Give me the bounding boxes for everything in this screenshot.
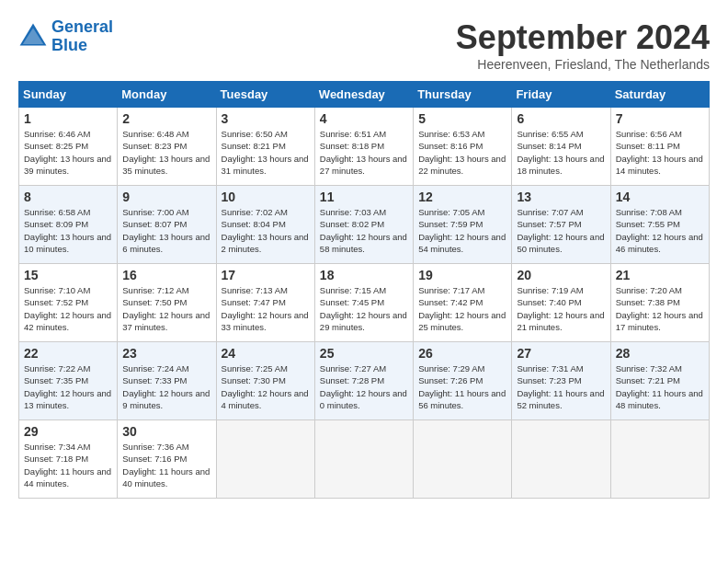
- day-number: 6: [517, 111, 605, 126]
- day-number: 19: [418, 268, 506, 282]
- day-number: 29: [24, 424, 112, 439]
- logo-text: General Blue: [51, 18, 113, 55]
- calendar-cell: 6Sunrise: 6:55 AM Sunset: 8:14 PM Daylig…: [512, 108, 610, 186]
- weekday-header-saturday: Saturday: [610, 82, 709, 108]
- day-info: Sunrise: 7:13 AM Sunset: 7:47 PM Dayligh…: [222, 284, 310, 333]
- logo-line1: General: [51, 17, 113, 36]
- calendar-cell: 18Sunrise: 7:15 AM Sunset: 7:45 PM Dayli…: [314, 264, 413, 342]
- day-info: Sunrise: 6:48 AM Sunset: 8:23 PM Dayligh…: [122, 128, 210, 177]
- calendar-cell: 9Sunrise: 7:00 AM Sunset: 8:07 PM Daylig…: [118, 186, 216, 264]
- day-number: 18: [320, 268, 408, 282]
- day-info: Sunrise: 7:31 AM Sunset: 7:23 PM Dayligh…: [517, 362, 605, 411]
- day-number: 24: [222, 346, 310, 361]
- day-info: Sunrise: 6:56 AM Sunset: 8:11 PM Dayligh…: [616, 128, 704, 177]
- calendar-cell: 15Sunrise: 7:10 AM Sunset: 7:52 PM Dayli…: [19, 264, 118, 342]
- day-info: Sunrise: 7:29 AM Sunset: 7:26 PM Dayligh…: [418, 362, 506, 411]
- weekday-header-wednesday: Wednesday: [314, 82, 413, 108]
- day-info: Sunrise: 7:02 AM Sunset: 8:04 PM Dayligh…: [222, 206, 310, 255]
- day-number: 2: [122, 111, 210, 126]
- calendar-cell: 3Sunrise: 6:50 AM Sunset: 8:21 PM Daylig…: [216, 108, 314, 186]
- day-info: Sunrise: 7:03 AM Sunset: 8:02 PM Dayligh…: [320, 206, 408, 255]
- day-info: Sunrise: 7:24 AM Sunset: 7:33 PM Dayligh…: [122, 362, 210, 411]
- day-number: 3: [222, 111, 310, 126]
- day-number: 21: [616, 268, 704, 282]
- day-info: Sunrise: 7:10 AM Sunset: 7:52 PM Dayligh…: [24, 284, 112, 333]
- calendar-cell: 16Sunrise: 7:12 AM Sunset: 7:50 PM Dayli…: [118, 264, 216, 342]
- day-info: Sunrise: 6:55 AM Sunset: 8:14 PM Dayligh…: [517, 128, 605, 177]
- calendar-cell: [414, 420, 512, 499]
- day-info: Sunrise: 6:53 AM Sunset: 8:16 PM Dayligh…: [418, 128, 506, 177]
- day-number: 23: [122, 346, 210, 361]
- day-number: 11: [320, 190, 408, 204]
- calendar-cell: 10Sunrise: 7:02 AM Sunset: 8:04 PM Dayli…: [216, 186, 314, 264]
- day-info: Sunrise: 6:58 AM Sunset: 8:09 PM Dayligh…: [24, 206, 112, 255]
- calendar-cell: 28Sunrise: 7:32 AM Sunset: 7:21 PM Dayli…: [610, 342, 709, 420]
- weekday-header-sunday: Sunday: [19, 82, 118, 108]
- day-number: 12: [418, 190, 506, 204]
- calendar-cell: 22Sunrise: 7:22 AM Sunset: 7:35 PM Dayli…: [19, 342, 118, 420]
- day-info: Sunrise: 6:51 AM Sunset: 8:18 PM Dayligh…: [320, 128, 408, 177]
- calendar-cell: 2Sunrise: 6:48 AM Sunset: 8:23 PM Daylig…: [118, 108, 216, 186]
- day-number: 5: [418, 111, 506, 126]
- day-number: 15: [24, 268, 112, 282]
- calendar-table: SundayMondayTuesdayWednesdayThursdayFrid…: [18, 81, 710, 499]
- day-info: Sunrise: 7:07 AM Sunset: 7:57 PM Dayligh…: [517, 206, 605, 255]
- day-number: 1: [24, 111, 112, 126]
- calendar-cell: 29Sunrise: 7:34 AM Sunset: 7:18 PM Dayli…: [19, 420, 118, 499]
- weekday-header-tuesday: Tuesday: [216, 82, 314, 108]
- day-info: Sunrise: 7:34 AM Sunset: 7:18 PM Dayligh…: [24, 441, 112, 489]
- calendar-cell: 30Sunrise: 7:36 AM Sunset: 7:16 PM Dayli…: [118, 420, 216, 499]
- calendar-week-1: 1Sunrise: 6:46 AM Sunset: 8:25 PM Daylig…: [19, 108, 710, 186]
- calendar-cell: [216, 420, 314, 499]
- day-info: Sunrise: 7:00 AM Sunset: 8:07 PM Dayligh…: [122, 206, 210, 255]
- day-info: Sunrise: 7:19 AM Sunset: 7:40 PM Dayligh…: [517, 284, 605, 333]
- calendar-cell: 4Sunrise: 6:51 AM Sunset: 8:18 PM Daylig…: [314, 108, 413, 186]
- page-header: General Blue September 2024 Heerenveen, …: [18, 18, 710, 72]
- location: Heerenveen, Friesland, The Netherlands: [456, 57, 710, 72]
- weekday-header-monday: Monday: [118, 82, 216, 108]
- day-number: 20: [517, 268, 605, 282]
- day-info: Sunrise: 7:05 AM Sunset: 7:59 PM Dayligh…: [418, 206, 506, 255]
- logo-icon: [18, 22, 48, 52]
- day-number: 10: [222, 190, 310, 204]
- day-number: 27: [517, 346, 605, 361]
- calendar-cell: [610, 420, 709, 499]
- day-number: 30: [122, 424, 210, 439]
- calendar-cell: 11Sunrise: 7:03 AM Sunset: 8:02 PM Dayli…: [314, 186, 413, 264]
- day-info: Sunrise: 7:17 AM Sunset: 7:42 PM Dayligh…: [418, 284, 506, 333]
- day-info: Sunrise: 6:50 AM Sunset: 8:21 PM Dayligh…: [222, 128, 310, 177]
- logo-line2: Blue: [51, 36, 87, 54]
- day-info: Sunrise: 7:22 AM Sunset: 7:35 PM Dayligh…: [24, 362, 112, 411]
- day-info: Sunrise: 7:20 AM Sunset: 7:38 PM Dayligh…: [616, 284, 704, 333]
- day-info: Sunrise: 7:36 AM Sunset: 7:16 PM Dayligh…: [122, 441, 210, 489]
- calendar-cell: [512, 420, 610, 499]
- title-block: September 2024 Heerenveen, Friesland, Th…: [456, 18, 710, 72]
- calendar-cell: 1Sunrise: 6:46 AM Sunset: 8:25 PM Daylig…: [19, 108, 118, 186]
- day-info: Sunrise: 7:12 AM Sunset: 7:50 PM Dayligh…: [122, 284, 210, 333]
- calendar-week-5: 29Sunrise: 7:34 AM Sunset: 7:18 PM Dayli…: [19, 420, 710, 499]
- calendar-cell: [314, 420, 413, 499]
- weekday-header-friday: Friday: [512, 82, 610, 108]
- calendar-cell: 27Sunrise: 7:31 AM Sunset: 7:23 PM Dayli…: [512, 342, 610, 420]
- calendar-cell: 23Sunrise: 7:24 AM Sunset: 7:33 PM Dayli…: [118, 342, 216, 420]
- day-number: 17: [222, 268, 310, 282]
- calendar-cell: 17Sunrise: 7:13 AM Sunset: 7:47 PM Dayli…: [216, 264, 314, 342]
- day-info: Sunrise: 7:27 AM Sunset: 7:28 PM Dayligh…: [320, 362, 408, 411]
- logo: General Blue: [18, 18, 113, 55]
- calendar-week-2: 8Sunrise: 6:58 AM Sunset: 8:09 PM Daylig…: [19, 186, 710, 264]
- calendar-week-3: 15Sunrise: 7:10 AM Sunset: 7:52 PM Dayli…: [19, 264, 710, 342]
- day-number: 7: [616, 111, 704, 126]
- weekday-header-row: SundayMondayTuesdayWednesdayThursdayFrid…: [19, 82, 710, 108]
- day-number: 26: [418, 346, 506, 361]
- day-number: 8: [24, 190, 112, 204]
- day-info: Sunrise: 7:15 AM Sunset: 7:45 PM Dayligh…: [320, 284, 408, 333]
- day-info: Sunrise: 7:32 AM Sunset: 7:21 PM Dayligh…: [616, 362, 704, 411]
- calendar-cell: 21Sunrise: 7:20 AM Sunset: 7:38 PM Dayli…: [610, 264, 709, 342]
- day-info: Sunrise: 7:25 AM Sunset: 7:30 PM Dayligh…: [222, 362, 310, 411]
- calendar-cell: 25Sunrise: 7:27 AM Sunset: 7:28 PM Dayli…: [314, 342, 413, 420]
- calendar-cell: 5Sunrise: 6:53 AM Sunset: 8:16 PM Daylig…: [414, 108, 512, 186]
- day-number: 22: [24, 346, 112, 361]
- day-number: 14: [616, 190, 704, 204]
- day-number: 13: [517, 190, 605, 204]
- calendar-week-4: 22Sunrise: 7:22 AM Sunset: 7:35 PM Dayli…: [19, 342, 710, 420]
